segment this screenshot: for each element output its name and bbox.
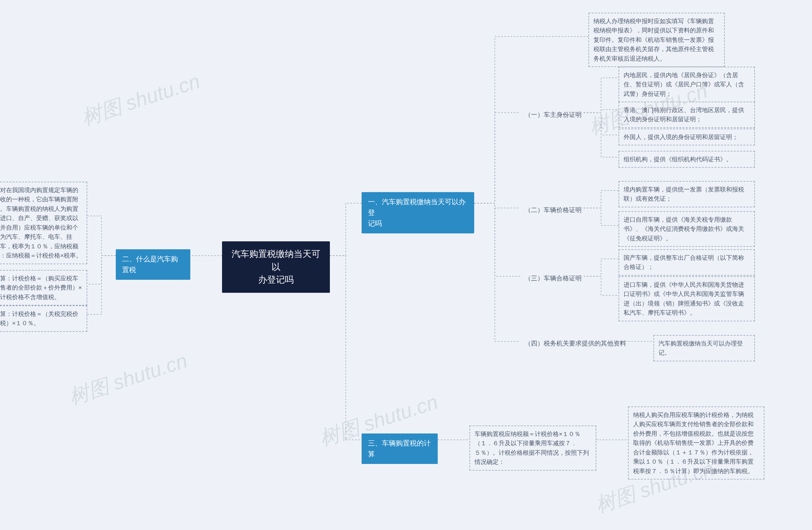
b1-intro: 纳税人办理纳税申报时应如实填写《车辆购置税纳税申报表》，同时提供以下资料的原件和…: [589, 13, 725, 67]
b1-s2-a: 境内购置车辆，提供统一发票（发票联和报税联）或有效凭证；: [619, 181, 755, 207]
b1-s2-b: 进口自用车辆，提供《海关关税专用缴款书》、《海关代征消费税专用缴款书》或海关《征…: [619, 211, 755, 247]
b1-s1-b: 香港、澳门特别行政区、台湾地区居民，提供入境的身份证明和居留证明；: [619, 102, 755, 128]
b1-s1-label: （一）车主身份证明: [520, 107, 586, 122]
root-line2: 办登记吗: [231, 274, 321, 287]
b1-s3-a: 国产车辆，提供整车出厂合格证明（以下简称合格证）；: [619, 249, 755, 276]
b1-s1-a: 内地居民，提供内地《居民身份证》（含居住、暂住证明）或《居民户口簿》或军人（含武…: [619, 67, 755, 102]
b3-leaf: 纳税人购买自用应税车辆的计税价格，为纳税人购买应税车辆而支付给销售者的全部价款和…: [628, 406, 765, 479]
b2-c: 进口车税率计算：计税价格＝（关税完税价＋关税＋消费税）×１０％。: [0, 306, 87, 332]
watermark: 树图 shutu.cn: [66, 347, 191, 411]
b1-s4-a: 汽车购置税缴纳当天可以办理登记。: [653, 335, 755, 361]
branch-1-line1: 一、汽车购置税缴纳当天可以办登: [368, 197, 468, 218]
b2-a: 车辆购置税是对在我国境内购置规定车辆的单位和个人征收的一种税，它由车辆购置附加费…: [0, 182, 87, 264]
branch-3: 三、车辆购置税的计算: [362, 433, 438, 464]
watermark: 树图 shutu.cn: [78, 67, 204, 132]
b1-s1-d: 组织机构，提供《组织机构代码证书》。: [619, 151, 755, 168]
b1-s2-label: （二）车辆价格证明: [520, 203, 586, 218]
branch-1: 一、汽车购置税缴纳当天可以办登 记吗: [362, 192, 474, 233]
b1-s4-label: （四）税务机关要求提供的其他资料: [520, 336, 630, 351]
b1-s1-c: 外国人，提供入境的身份证明和居留证明；: [619, 129, 755, 145]
root-line1: 汽车购置税缴纳当天可以: [231, 248, 321, 274]
b1-s3-b: 进口车辆，提供《中华人民共和国海关货物进口证明书》或《中华人民共和国海关监管车辆…: [619, 276, 755, 321]
branch-1-line2: 记吗: [368, 218, 468, 229]
branch-2: 二、什么是汽车购置税: [116, 249, 190, 280]
b2-b: 自用车税率计算：计税价格＝（购买应税车辆而支付给销售者的全部价款＋价外费用）×１…: [0, 270, 87, 306]
b3-mid: 车辆购置税应纳税额＝计税价格×１０％（１．６升及以下排量乘用车减按７．５％）。计…: [469, 426, 596, 471]
b1-s3-label: （三）车辆合格证明: [520, 271, 586, 286]
root-node: 汽车购置税缴纳当天可以 办登记吗: [222, 241, 330, 293]
